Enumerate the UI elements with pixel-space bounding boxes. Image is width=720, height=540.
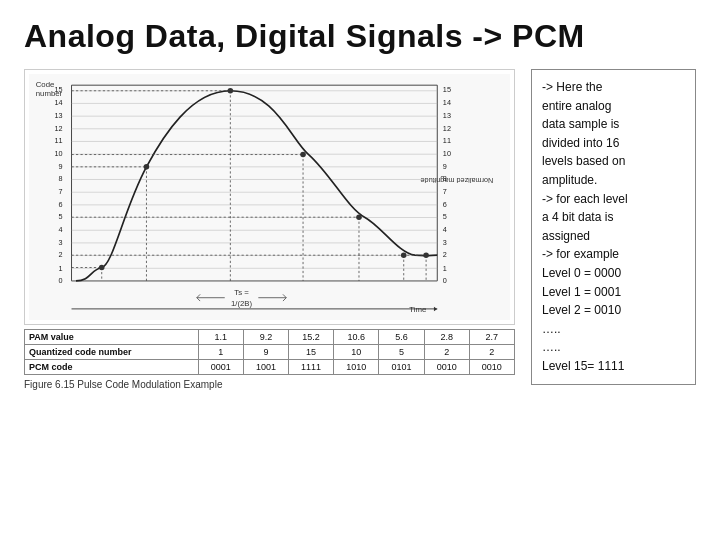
svg-text:4: 4 xyxy=(59,225,63,234)
svg-text:7: 7 xyxy=(59,187,63,196)
table-cell: 0010 xyxy=(469,360,514,375)
table-row-label: Quantized code number xyxy=(25,345,199,360)
svg-point-74 xyxy=(401,252,407,258)
info-line: levels based on xyxy=(542,154,625,168)
info-line: amplitude. xyxy=(542,173,597,187)
table-cell: 2.8 xyxy=(424,330,469,345)
info-line: Level 15= 1111 xyxy=(542,359,624,373)
table-cell: 1 xyxy=(198,345,243,360)
svg-text:12: 12 xyxy=(54,124,62,133)
info-line: data sample is xyxy=(542,117,619,131)
content-area: Code number Normalized magnitude xyxy=(24,69,696,390)
diagram-area: Code number Normalized magnitude xyxy=(24,69,515,390)
info-line: Level 1 = 0001 xyxy=(542,285,621,299)
svg-text:3: 3 xyxy=(59,238,63,247)
svg-text:Normalized magnitude: Normalized magnitude xyxy=(421,176,494,185)
svg-text:11: 11 xyxy=(443,136,451,145)
table-cell: 10.6 xyxy=(334,330,379,345)
info-box: -> Here theentire analogdata sample isdi… xyxy=(531,69,696,385)
table-cell: 1111 xyxy=(288,360,333,375)
table-cell: 0010 xyxy=(424,360,469,375)
svg-text:8: 8 xyxy=(59,174,63,183)
svg-text:Code: Code xyxy=(36,80,55,89)
info-line: ….. xyxy=(542,322,561,336)
svg-text:10: 10 xyxy=(54,149,62,158)
svg-point-72 xyxy=(300,152,306,158)
table-cell: 1001 xyxy=(243,360,288,375)
svg-text:11: 11 xyxy=(54,136,62,145)
svg-text:9: 9 xyxy=(443,162,447,171)
info-line: assigned xyxy=(542,229,590,243)
info-line: Level 0 = 0000 xyxy=(542,266,621,280)
table-cell: 5.6 xyxy=(379,330,424,345)
svg-text:15: 15 xyxy=(54,85,62,94)
svg-point-71 xyxy=(228,88,234,94)
svg-text:4: 4 xyxy=(443,225,447,234)
svg-text:1/(2B): 1/(2B) xyxy=(231,299,253,308)
svg-text:9: 9 xyxy=(59,162,63,171)
info-line: Level 2 = 0010 xyxy=(542,303,621,317)
table-cell: 15.2 xyxy=(288,330,333,345)
svg-point-75 xyxy=(423,252,429,258)
table-cell: 1010 xyxy=(334,360,379,375)
table-cell: 0001 xyxy=(198,360,243,375)
svg-text:7: 7 xyxy=(443,187,447,196)
svg-text:5: 5 xyxy=(443,212,447,221)
fig-caption: Figure 6.15 Pulse Code Modulation Exampl… xyxy=(24,379,515,390)
svg-text:1: 1 xyxy=(59,264,63,273)
svg-text:8: 8 xyxy=(443,174,447,183)
svg-rect-0 xyxy=(29,74,510,320)
svg-text:5: 5 xyxy=(59,212,63,221)
info-line: -> for example xyxy=(542,247,619,261)
table-cell: 10 xyxy=(334,345,379,360)
svg-text:2: 2 xyxy=(59,250,63,259)
table-cell: 15 xyxy=(288,345,333,360)
info-line: -> for each level xyxy=(542,192,628,206)
svg-text:13: 13 xyxy=(443,111,451,120)
info-line: entire analog xyxy=(542,99,611,113)
svg-text:13: 13 xyxy=(54,111,62,120)
svg-text:0: 0 xyxy=(443,276,447,285)
table-cell: 1.1 xyxy=(198,330,243,345)
table-cell: 9 xyxy=(243,345,288,360)
svg-text:6: 6 xyxy=(59,200,63,209)
svg-text:Time: Time xyxy=(409,305,426,314)
svg-text:0: 0 xyxy=(59,276,63,285)
svg-point-73 xyxy=(356,214,362,220)
info-line: a 4 bit data is xyxy=(542,210,613,224)
pcm-data-table: PAM value1.19.215.210.65.62.82.7Quantize… xyxy=(24,329,515,375)
svg-text:6: 6 xyxy=(443,200,447,209)
info-line: -> Here the xyxy=(542,80,602,94)
svg-text:14: 14 xyxy=(443,98,451,107)
table-cell: 2 xyxy=(424,345,469,360)
table-row-label: PAM value xyxy=(25,330,199,345)
table-cell: 5 xyxy=(379,345,424,360)
page-title: Analog Data, Digital Signals -> PCM xyxy=(24,18,696,55)
pcm-diagram: Code number Normalized magnitude xyxy=(29,74,510,320)
table-cell: 9.2 xyxy=(243,330,288,345)
info-line: divided into 16 xyxy=(542,136,619,150)
info-line: ….. xyxy=(542,340,561,354)
table-cell: 2 xyxy=(469,345,514,360)
svg-text:14: 14 xyxy=(54,98,62,107)
svg-text:12: 12 xyxy=(443,124,451,133)
main-page: Analog Data, Digital Signals -> PCM Code… xyxy=(0,0,720,540)
table-cell: 0101 xyxy=(379,360,424,375)
pcm-table-area: PAM value1.19.215.210.65.62.82.7Quantize… xyxy=(24,329,515,390)
table-row-label: PCM code xyxy=(25,360,199,375)
svg-point-70 xyxy=(144,164,150,170)
svg-text:15: 15 xyxy=(443,85,451,94)
svg-point-69 xyxy=(99,265,105,271)
svg-text:Ts =: Ts = xyxy=(234,288,249,297)
svg-text:2: 2 xyxy=(443,250,447,259)
svg-text:3: 3 xyxy=(443,238,447,247)
table-cell: 2.7 xyxy=(469,330,514,345)
diagram-box: Code number Normalized magnitude xyxy=(24,69,515,325)
svg-text:10: 10 xyxy=(443,149,451,158)
svg-text:1: 1 xyxy=(443,264,447,273)
